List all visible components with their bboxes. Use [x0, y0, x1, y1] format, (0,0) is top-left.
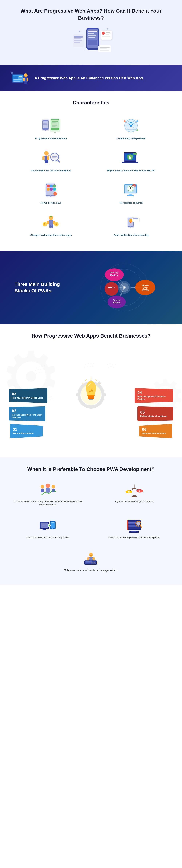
svg-line-204 [85, 379, 86, 381]
svg-rect-257 [87, 557, 89, 559]
svg-rect-199 [88, 396, 94, 398]
char-item-4: HTTPS Highly secure because they run on … [91, 145, 171, 178]
svg-text:$: $ [55, 223, 57, 226]
progressive-responsive-icon [40, 117, 62, 135]
hero-title: What Are Progressive Web Apps? How Can I… [18, 7, 164, 22]
svg-rect-95 [50, 188, 52, 190]
svg-point-183 [51, 396, 52, 397]
benefit-05: 05 No Monetisation Limitations [137, 406, 173, 421]
svg-rect-208 [41, 489, 44, 492]
svg-point-176 [110, 364, 111, 365]
svg-rect-198 [87, 395, 95, 396]
svg-rect-264 [87, 559, 89, 560]
svg-marker-226 [134, 484, 135, 485]
svg-rect-26 [13, 76, 18, 79]
svg-line-78 [48, 155, 50, 156]
indexing-icon [125, 519, 143, 534]
svg-rect-238 [51, 522, 54, 523]
svg-rect-200 [88, 398, 94, 399]
svg-text:★★★★★: ★★★★★ [91, 562, 98, 564]
svg-text:Manifest: Manifest [110, 274, 118, 276]
svg-line-203 [96, 379, 97, 381]
svg-point-145 [105, 282, 118, 296]
benefit-04-label: Help You Optimise For Search Engines [137, 395, 170, 401]
svg-rect-11 [88, 40, 97, 45]
svg-rect-76 [52, 156, 57, 157]
svg-point-172 [87, 366, 88, 367]
svg-rect-118 [51, 225, 53, 228]
svg-text:⚙: ⚙ [11, 71, 13, 74]
svg-point-185 [52, 398, 53, 400]
svg-text:$: $ [44, 223, 45, 226]
when-item-5: ★★★★★ To improve customer satisfaction a… [7, 548, 175, 576]
benefit-06-num: 06 [142, 428, 169, 432]
svg-point-174 [92, 366, 94, 367]
svg-point-167 [85, 364, 86, 365]
svg-point-162 [40, 369, 41, 370]
svg-rect-72 [46, 160, 48, 163]
svg-point-128 [130, 222, 132, 223]
when-item-3: When you need cross-platform compatibili… [7, 516, 88, 543]
svg-rect-2 [74, 38, 81, 39]
svg-rect-20 [100, 50, 109, 51]
svg-point-159 [44, 365, 45, 366]
svg-rect-237 [41, 526, 47, 526]
svg-rect-51 [52, 124, 58, 124]
banner-illustration: ⚙ [11, 71, 29, 85]
char-label-6: No updates required [119, 202, 143, 204]
char-label-1: Progressive and responsive [35, 137, 67, 140]
crossplatform-icon [39, 519, 57, 534]
svg-rect-252 [127, 520, 129, 530]
svg-rect-70 [47, 156, 49, 160]
char-label-5: Home-screen save [41, 202, 62, 204]
svg-rect-4 [74, 42, 80, 43]
benefit-04-num: 04 [137, 391, 170, 395]
svg-rect-195 [76, 394, 80, 396]
char-item-6: No updates required [91, 178, 171, 210]
benefit-02-num: 02 [12, 409, 43, 413]
char-item-8: Push notifications functionality [91, 210, 171, 242]
svg-text:HTTPS: HTTPS [142, 289, 148, 291]
when-item-1: You want to distribute your app to an ev… [7, 479, 88, 510]
svg-rect-258 [93, 557, 95, 559]
svg-rect-77 [52, 157, 56, 158]
when-text-2: If you have time and budget constraints [115, 500, 153, 503]
svg-point-45 [45, 130, 46, 131]
benefit-05-num: 05 [140, 410, 170, 414]
svg-rect-91 [47, 185, 49, 187]
svg-rect-8 [88, 33, 94, 34]
svg-rect-49 [52, 121, 58, 122]
svg-point-157 [39, 367, 40, 368]
svg-rect-52 [52, 125, 57, 125]
benefit-06: 06 Improve Client Retention [139, 424, 172, 438]
audience-icon [39, 483, 57, 498]
no-updates-icon [120, 181, 142, 199]
svg-text:Workers: Workers [113, 302, 121, 304]
svg-point-180 [110, 366, 112, 367]
svg-rect-41 [43, 122, 48, 122]
svg-marker-213 [54, 490, 56, 492]
svg-rect-96 [53, 188, 56, 190]
benefit-01: 01 Reduce Bounce Rates [10, 424, 43, 438]
svg-text:✦: ✦ [106, 28, 108, 30]
benefit-02-label: Increase Speed And Time Spent On Pages [12, 413, 43, 419]
svg-rect-235 [41, 524, 47, 524]
svg-rect-267 [91, 560, 92, 562]
benefit-03: 03 Help You Focus On Mobile Users [9, 388, 47, 403]
char-label-3: Discoverable on the search engines [31, 169, 71, 172]
svg-text:$: $ [139, 490, 140, 492]
svg-text:Web App: Web App [110, 272, 118, 274]
svg-text:Served: Served [142, 284, 149, 286]
svg-rect-15 [106, 34, 109, 35]
svg-rect-29 [13, 80, 22, 80]
lightbulb-svg [75, 377, 107, 417]
building-blocks-title: Three Main Building Blocks Of PWAs [14, 281, 72, 294]
svg-rect-35 [24, 82, 26, 84]
char-item-5: + Home-screen save [11, 178, 91, 210]
svg-point-155 [123, 287, 125, 288]
when-grid: You want to distribute your app to an ev… [7, 479, 175, 576]
hero-svg: ✦ ✦ ✦ [73, 27, 113, 58]
svg-rect-242 [49, 525, 50, 526]
svg-point-99 [50, 195, 51, 197]
svg-point-255 [89, 553, 93, 557]
